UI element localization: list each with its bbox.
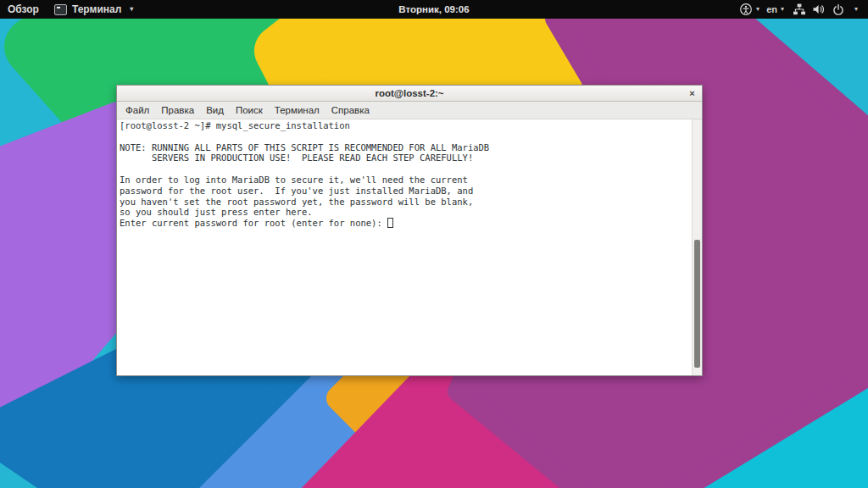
window-title: root@losst-2:~ xyxy=(375,88,443,98)
chevron-down-icon: ▾ xyxy=(851,6,858,13)
volume-icon xyxy=(812,3,826,16)
menu-item-3[interactable]: Поиск xyxy=(230,102,269,119)
keyboard-layout-indicator: en xyxy=(766,4,777,14)
app-menu-terminal[interactable]: Терминал ▾ xyxy=(47,0,141,19)
menu-item-5[interactable]: Справка xyxy=(326,102,376,119)
keyboard-layout-menu[interactable]: en ▾ xyxy=(763,0,787,19)
menu-item-0[interactable]: Файл xyxy=(120,102,155,119)
accessibility-icon xyxy=(739,3,753,16)
clock[interactable]: Вторник, 09:06 xyxy=(398,4,469,14)
menu-bar: ФайлПравкаВидПоискТерминалСправка xyxy=(117,102,702,119)
top-bar: Обзор Терминал ▾ Вторник, 09:06 ▾ en ▾ xyxy=(0,0,868,19)
terminal-window: root@losst-2:~ × ФайлПравкаВидПоискТерми… xyxy=(116,85,703,376)
terminal-content-area[interactable]: [root@losst-2 ~]# mysql_secure_installat… xyxy=(117,119,702,375)
close-button[interactable]: × xyxy=(686,86,698,99)
activities-button[interactable]: Обзор xyxy=(0,0,47,19)
terminal-output: [root@losst-2 ~]# mysql_secure_installat… xyxy=(117,119,702,218)
accessibility-menu[interactable]: ▾ xyxy=(736,0,763,19)
app-menu-label: Терминал xyxy=(72,3,121,15)
terminal-icon xyxy=(54,4,67,15)
terminal-prompt-line: Enter current password for root (enter f… xyxy=(117,218,702,229)
chevron-down-icon: ▾ xyxy=(753,6,760,13)
chevron-down-icon: ▾ xyxy=(777,6,784,13)
power-icon xyxy=(832,3,845,16)
scrollbar-thumb[interactable] xyxy=(694,240,700,368)
window-titlebar[interactable]: root@losst-2:~ × xyxy=(117,86,702,102)
chevron-down-icon: ▾ xyxy=(126,6,133,13)
close-icon: × xyxy=(689,88,694,98)
system-menu[interactable]: ▾ xyxy=(787,3,863,16)
menu-item-1[interactable]: Правка xyxy=(155,102,200,119)
menu-item-4[interactable]: Терминал xyxy=(269,102,326,119)
terminal-cursor xyxy=(387,218,393,228)
menu-item-2[interactable]: Вид xyxy=(200,102,230,119)
terminal-scrollbar[interactable] xyxy=(692,119,702,375)
terminal-prompt-text: Enter current password for root (enter f… xyxy=(120,218,387,229)
wired-network-icon xyxy=(793,3,806,16)
